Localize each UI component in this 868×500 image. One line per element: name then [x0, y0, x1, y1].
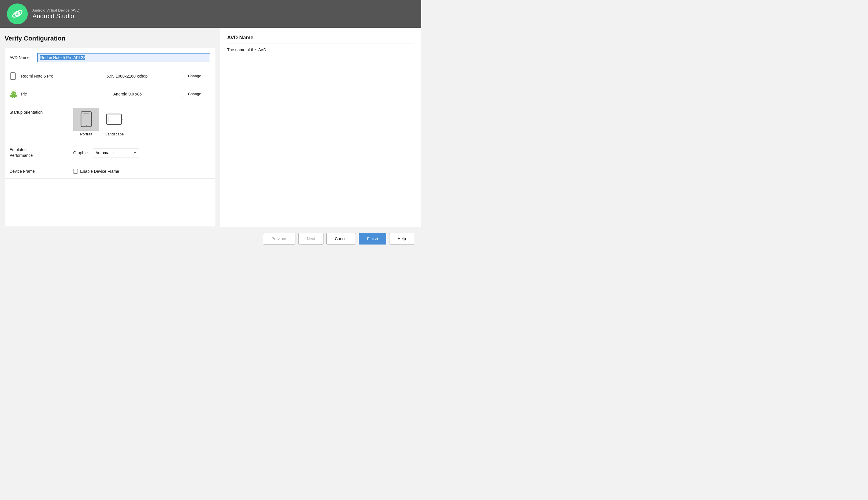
device-frame-checkbox[interactable] — [73, 169, 78, 174]
app-subtitle: Android Virtual Device (AVD) — [32, 8, 80, 12]
system-image-specs: Android 9.0 x86 — [73, 92, 182, 96]
help-description: The name of this AVD. — [227, 47, 414, 53]
svg-rect-20 — [83, 113, 89, 114]
cancel-button[interactable]: Cancel — [327, 233, 356, 245]
portrait-option[interactable]: Portrait — [73, 107, 99, 136]
portrait-icon-wrapper — [73, 107, 99, 131]
device-name: Redmi Note 5 Pro — [21, 74, 53, 78]
help-title: AVD Name — [227, 35, 414, 43]
app-header: A Android Virtual Device (AVD) Android S… — [0, 0, 421, 28]
graphics-area: Graphics: Automatic Software Hardware — [73, 148, 139, 157]
finish-button[interactable]: Finish — [359, 233, 386, 245]
app-title: Android Studio — [32, 12, 80, 20]
portrait-label: Portrait — [73, 132, 99, 136]
change-system-image-button[interactable]: Change... — [182, 90, 210, 98]
performance-label: EmulatedPerformance — [10, 147, 73, 158]
avd-name-input[interactable] — [37, 53, 210, 62]
left-panel: Verify Configuration AVD Name Redmi Note… — [0, 28, 220, 250]
system-image-icon-area: Pie — [10, 90, 73, 98]
android-pie-icon — [10, 90, 18, 98]
svg-rect-19 — [81, 112, 91, 127]
svg-rect-18 — [16, 95, 17, 96]
svg-rect-15 — [12, 97, 13, 98]
svg-rect-22 — [106, 114, 122, 124]
device-frame-row: Device Frame Enable Device Frame — [5, 164, 215, 179]
system-image-name: Pie — [21, 92, 27, 96]
portrait-icon — [80, 111, 93, 127]
svg-point-21 — [85, 125, 87, 126]
device-frame-check-area: Enable Device Frame — [73, 169, 119, 174]
landscape-option[interactable]: Landscape — [102, 107, 128, 136]
svg-point-8 — [12, 93, 13, 93]
avd-name-label: AVD Name — [10, 55, 33, 60]
device-specs: 5.99 1080x2160 xxhdpi — [73, 74, 182, 78]
svg-point-9 — [14, 93, 15, 93]
svg-rect-5 — [11, 72, 13, 80]
previous-button[interactable]: Previous — [263, 233, 295, 245]
svg-point-24 — [122, 118, 123, 120]
page-title: Verify Configuration — [4, 35, 215, 42]
system-image-row: Pie Android 9.0 x86 Change... — [5, 85, 215, 103]
change-device-button[interactable]: Change... — [182, 72, 210, 80]
svg-point-11 — [11, 91, 12, 91]
form-area: AVD Name Redmi Note 5 Pro 5.99 1080x2160… — [4, 48, 215, 226]
next-button[interactable]: Next — [298, 233, 323, 245]
landscape-icon-wrapper — [102, 107, 128, 131]
device-row: Redmi Note 5 Pro 5.99 1080x2160 xxhdpi C… — [5, 67, 215, 85]
help-button[interactable]: Help — [389, 233, 414, 245]
svg-point-7 — [11, 91, 16, 95]
orientation-options: Portrait Landscape — [73, 107, 128, 136]
graphics-label: Graphics: — [73, 150, 91, 155]
device-icon-area: Redmi Note 5 Pro — [10, 72, 73, 80]
app-logo: A — [7, 3, 28, 24]
orientation-label: Startup orientation — [10, 107, 73, 115]
form-spacer — [5, 179, 215, 226]
svg-text:A: A — [16, 12, 19, 16]
footer: Previous Next Cancel Finish Help — [0, 227, 421, 250]
app-title-area: Android Virtual Device (AVD) Android Stu… — [32, 8, 80, 20]
svg-point-6 — [13, 78, 13, 79]
svg-point-13 — [15, 91, 16, 91]
performance-row: EmulatedPerformance Graphics: Automatic … — [5, 141, 215, 164]
main-content: Verify Configuration AVD Name Redmi Note… — [0, 28, 421, 250]
svg-rect-23 — [107, 116, 108, 122]
svg-rect-17 — [10, 95, 11, 96]
svg-rect-16 — [14, 97, 15, 98]
avd-name-row: AVD Name — [5, 48, 215, 67]
device-frame-label: Device Frame — [10, 169, 73, 174]
right-panel: AVD Name The name of this AVD. — [220, 28, 421, 250]
graphics-select[interactable]: Automatic Software Hardware — [93, 148, 139, 157]
enable-frame-label: Enable Device Frame — [80, 169, 119, 174]
landscape-icon — [106, 113, 123, 126]
svg-rect-14 — [11, 95, 16, 97]
landscape-label: Landscape — [102, 132, 128, 136]
device-phone-icon — [10, 72, 18, 80]
orientation-row: Startup orientation Portrait — [5, 103, 215, 141]
